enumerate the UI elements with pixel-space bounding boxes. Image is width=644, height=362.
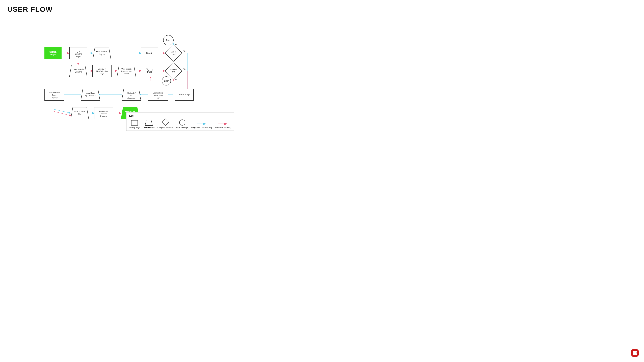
- svg-text:Page: Page: [52, 94, 56, 96]
- svg-text:No: No: [175, 43, 178, 46]
- svg-marker-96: [145, 120, 152, 125]
- svg-text:'refine' from: 'refine' from: [153, 94, 163, 96]
- key-registered-pathway: Registered User Pathway: [191, 122, 212, 129]
- svg-text:User selects: User selects: [72, 68, 84, 70]
- svg-text:Sign Up: Sign Up: [75, 53, 82, 55]
- svg-text:User filters: User filters: [86, 92, 95, 94]
- svg-text:film: film: [78, 113, 81, 115]
- key-title: Key:: [129, 114, 231, 117]
- svg-text:User selects: User selects: [74, 110, 85, 113]
- svg-text:Home Page: Home Page: [178, 93, 190, 96]
- svg-text:Sign Up: Sign Up: [75, 71, 82, 73]
- svg-text:Page: Page: [50, 53, 56, 56]
- svg-rect-33: [44, 47, 62, 59]
- svg-text:valid: valid: [172, 53, 176, 55]
- svg-line-32: [54, 111, 71, 116]
- svg-text:Account: Account: [170, 68, 177, 70]
- svg-text:Page: Page: [76, 55, 80, 58]
- svg-text:OK: OK: [172, 71, 175, 73]
- svg-text:User selects: User selects: [153, 92, 163, 94]
- svg-text:Film Selection: Film Selection: [96, 70, 108, 72]
- svg-text:Page: Page: [100, 72, 104, 75]
- svg-text:Error: Error: [166, 39, 171, 41]
- svg-text:Screen: Screen: [101, 113, 107, 115]
- svg-text:Log In: Log In: [99, 53, 104, 55]
- svg-text:nav: nav: [156, 97, 160, 99]
- svg-text:Sign-in: Sign-in: [146, 52, 153, 54]
- svg-marker-97: [162, 119, 169, 125]
- page-title: USER FLOW: [8, 5, 53, 13]
- svg-line-29: [54, 109, 71, 113]
- svg-text:Displays: Displays: [51, 96, 58, 98]
- svg-text:Film Detail: Film Detail: [99, 110, 108, 112]
- svg-text:by Occasion: by Occasion: [85, 94, 96, 96]
- key-box: Key: Display Page User Decision Computer…: [126, 112, 234, 131]
- svg-text:Error: Error: [164, 80, 169, 82]
- svg-text:'Refine by': 'Refine by': [127, 92, 136, 94]
- flow-diagram: Yes No Yes No: [8, 18, 239, 132]
- key-user-decision: User Decision: [143, 120, 154, 129]
- svg-text:'Submit': 'Submit': [123, 72, 130, 75]
- svg-text:list: list: [130, 94, 132, 96]
- svg-text:No: No: [175, 78, 178, 81]
- svg-text:Sign Up: Sign Up: [146, 68, 153, 70]
- key-error-message: Error Message: [176, 119, 188, 129]
- svg-text:Yes: Yes: [183, 68, 186, 70]
- svg-text:User selects: User selects: [122, 68, 132, 70]
- svg-text:Page: Page: [147, 71, 152, 73]
- svg-text:Filtered Home: Filtered Home: [48, 91, 60, 93]
- key-new-user-pathway: New User Pathway: [215, 122, 231, 129]
- svg-text:Splash: Splash: [50, 51, 57, 53]
- svg-text:Displays: Displays: [100, 115, 107, 117]
- svg-text:User selects: User selects: [96, 50, 107, 53]
- svg-text:Log In /: Log In /: [75, 50, 82, 53]
- svg-text:displayed: displayed: [128, 97, 135, 99]
- svg-text:Sign-in: Sign-in: [171, 51, 176, 53]
- svg-text:Display of: Display of: [98, 68, 106, 70]
- svg-text:Yes: Yes: [183, 50, 186, 52]
- key-display-page: Display Page: [129, 120, 140, 129]
- svg-text:films and taps: films and taps: [121, 70, 132, 72]
- key-computer-decision: Computer Decision: [158, 119, 173, 129]
